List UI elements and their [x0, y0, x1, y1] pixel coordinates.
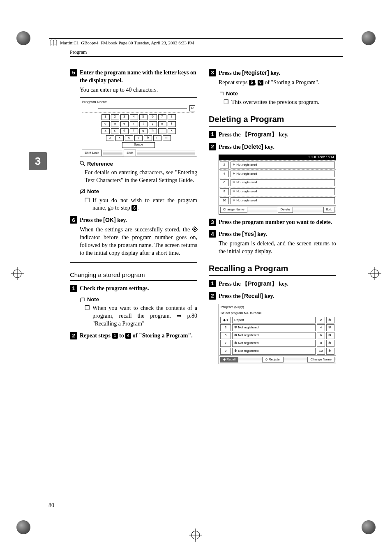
- note-label-r: Note: [226, 90, 238, 97]
- corner-ball-top-left: [16, 31, 30, 45]
- kbd-key: s: [111, 128, 119, 134]
- list-row: 5✻ Not registered6✻: [219, 332, 336, 339]
- section-deleting: Deleting a Program: [209, 114, 336, 127]
- step-r3-text: Press the [Register] key.: [219, 69, 280, 77]
- corner-ball-bottom-left: [16, 520, 30, 534]
- step-a2: 2 Repeat steps 1 to 4 of "Storing a Prog…: [70, 332, 197, 340]
- kbd-key: i: [168, 121, 176, 127]
- print-job-header: MartiniC1_GBcopy4_FM.book Page 80 Tuesda…: [49, 38, 343, 47]
- kbd-key: q: [101, 121, 110, 127]
- recall-program-screenshot: Program (Copy) Select program No. to rec…: [219, 304, 336, 364]
- kbd-key: k: [168, 128, 176, 134]
- list-row: 4✻ Not registered: [219, 169, 336, 178]
- del-step-4-body: The program is deleted, and the screen r…: [219, 240, 336, 256]
- step-a1: 1 Check the program settings.: [70, 285, 197, 293]
- kbd-key: v: [134, 135, 143, 141]
- step-r3: 3 Press the [Register] key.: [209, 69, 336, 77]
- kbd-key: m: [163, 135, 171, 141]
- step-5-body: You can enter up to 40 characters.: [80, 86, 197, 94]
- corner-ball-top-right: [362, 31, 376, 45]
- running-head: Program: [70, 49, 343, 57]
- recall-title: Program (Copy): [219, 304, 336, 310]
- section-recalling: Recalling a Program: [209, 263, 336, 276]
- del-step-1: 1 Press the Program key.: [209, 131, 336, 139]
- kbd-key: x: [115, 135, 124, 141]
- kbd-key: y: [149, 121, 157, 127]
- right-column: 3 Press the [Register] key. Repeat steps…: [209, 65, 336, 367]
- kbd-title: Program Name: [82, 99, 195, 104]
- step-number-icon: 6: [70, 216, 77, 224]
- print-job-text: MartiniC1_GBcopy4_FM.book Page 80 Tuesda…: [60, 40, 194, 45]
- step-number-icon: 2: [209, 292, 216, 300]
- kbd-key: b: [144, 135, 152, 141]
- left-column: 5 Enter the program name with the letter…: [70, 65, 197, 367]
- rec-step-2: 2 Press the [Recall] key.: [209, 292, 336, 300]
- note-label-1: Note: [87, 188, 99, 195]
- note-r-body: ❒ This overwrites the previous program.: [224, 99, 336, 106]
- step-5-text: Enter the program name with the letter k…: [80, 69, 197, 85]
- svg-line-11: [83, 164, 85, 166]
- kbd-key: 6: [149, 114, 157, 120]
- step-6-text: Press the [OK] key.: [80, 216, 127, 224]
- kbd-key: c: [125, 135, 133, 141]
- kbd-key: d: [120, 128, 129, 134]
- kbd-key: 1: [101, 114, 110, 120]
- step-number-icon: 3: [209, 219, 216, 226]
- list-row: 10✻ Not registered: [219, 196, 336, 205]
- list-row: 3✻ Not registered4✻: [219, 324, 336, 332]
- list-row: 7✻ Not registered8✻: [219, 339, 336, 347]
- registration-mark-right: [368, 267, 381, 280]
- diamond-indicator-icon: [192, 226, 198, 232]
- note-heading-1: Note: [80, 188, 197, 195]
- registration-mark-bottom: [189, 529, 202, 542]
- page-number: 80: [48, 502, 54, 509]
- kbd-key: h: [149, 128, 157, 134]
- recall-button: ◆ Recall: [220, 357, 238, 363]
- list-row: 8✻ Not registered: [219, 187, 336, 196]
- step-5: 5 Enter the program name with the letter…: [70, 69, 197, 85]
- list-row: ◆ 1Report2✻: [219, 316, 336, 324]
- change-name-button: Change Name: [307, 357, 334, 363]
- step-6: 6 Press the [OK] key.: [70, 216, 197, 224]
- list-row: 9✻ Not registered10✻: [219, 347, 336, 355]
- kbd-key: 5: [139, 114, 148, 120]
- register-button: ◇ Register: [262, 357, 284, 363]
- step-number-icon: 3: [209, 69, 216, 76]
- note-label-a: Note: [87, 296, 99, 303]
- kbd-key: 7: [158, 114, 166, 120]
- subsection-changing: Changing a stored program: [70, 271, 197, 281]
- note-1-body: ❒ If you do not wish to enter the progra…: [85, 197, 197, 212]
- list-row: 6✻ Not registered: [219, 178, 336, 187]
- change-name-button: Change Name: [220, 207, 247, 213]
- del-step-3: 3 Press the program number you want to d…: [209, 219, 336, 226]
- step-number-icon: 2: [209, 143, 216, 150]
- reference-label: Reference: [87, 160, 113, 168]
- recall-subtitle: Select program No. to recall.: [219, 310, 336, 316]
- rec-step-1: 1 Press the Program key.: [209, 280, 336, 288]
- registration-mark-left: [11, 267, 24, 280]
- step-number-icon: 1: [209, 280, 216, 287]
- delete-program-screenshot: 1 JUL 2002 10:14 2✻ Not registered4✻ Not…: [219, 155, 336, 215]
- note-heading-r: Note: [219, 90, 336, 97]
- step-number-icon: 2: [70, 332, 77, 339]
- note-a-body: ❒ When you want to check the contents of…: [85, 305, 197, 328]
- svg-point-10: [80, 161, 83, 164]
- step-number-icon: 1: [70, 285, 77, 292]
- note-heading-a: Note: [80, 296, 197, 303]
- kbd-space-key: Space: [122, 142, 155, 148]
- kbd-key: 4: [130, 114, 138, 120]
- screenshot-timestamp: 1 JUL 2002 10:14: [219, 155, 336, 160]
- kbd-key: f: [130, 128, 138, 134]
- chapter-thumb-tab: 3: [29, 152, 47, 170]
- kbd-key: z: [106, 135, 114, 141]
- corner-ball-bottom-right: [362, 520, 376, 534]
- kbd-key: u: [158, 121, 166, 127]
- kbd-key: n: [153, 135, 161, 141]
- step-6-body: When the settings are successfully store…: [80, 226, 197, 257]
- step-number-icon: 4: [209, 230, 216, 238]
- keyboard-screenshot: Program Name D 12345678 qwertyui asdfghj…: [80, 97, 197, 157]
- step-number-icon: 5: [70, 69, 77, 76]
- kbd-key: j: [158, 128, 166, 134]
- kbd-key: r: [130, 121, 138, 127]
- kbd-entered-char: D: [189, 105, 195, 111]
